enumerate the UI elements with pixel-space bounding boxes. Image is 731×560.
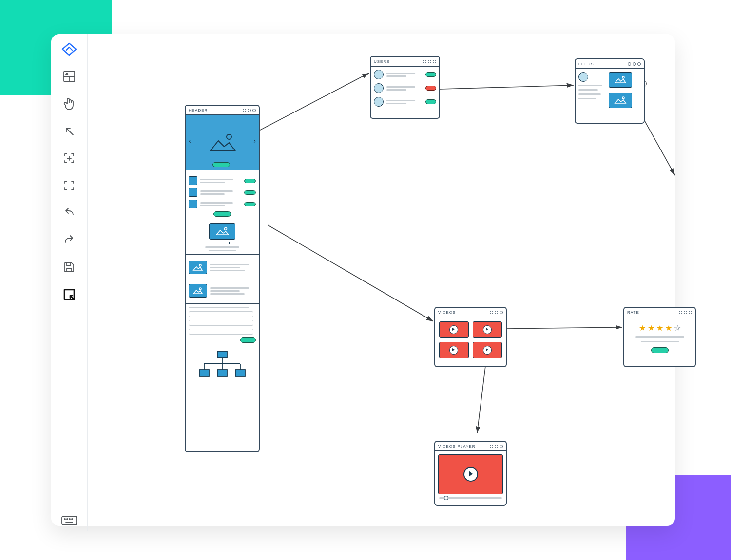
svg-point-8 xyxy=(69,519,70,520)
toolbar xyxy=(51,34,88,531)
frame-users-title: USERS xyxy=(374,59,390,64)
submit-button[interactable] xyxy=(651,347,669,353)
frame-icon[interactable] xyxy=(59,175,79,196)
svg-point-6 xyxy=(64,519,65,520)
thumb-icon xyxy=(189,200,197,208)
svg-point-20 xyxy=(199,288,201,290)
input-field[interactable] xyxy=(189,320,253,326)
action-pill[interactable] xyxy=(244,179,256,183)
input-field[interactable] xyxy=(189,329,253,335)
svg-rect-5 xyxy=(62,516,77,525)
feed-image[interactable] xyxy=(609,72,632,88)
list-item[interactable] xyxy=(189,188,256,197)
window-controls-icon xyxy=(490,311,503,314)
frame-header-title: HEADER xyxy=(189,108,208,112)
avatar-icon xyxy=(374,97,384,107)
org-chart-section xyxy=(186,346,259,386)
hero-carousel[interactable]: ‹ › xyxy=(186,115,259,170)
play-icon xyxy=(449,346,458,355)
toggle-off[interactable] xyxy=(425,86,436,91)
frame-videos-player-title: VIDEOS PLAYER xyxy=(438,444,475,448)
star-icon[interactable]: ★ xyxy=(665,323,672,333)
image-placeholder-icon xyxy=(208,132,237,153)
avatar-icon xyxy=(374,83,384,93)
video-thumb[interactable] xyxy=(473,342,502,358)
frame-header[interactable]: HEADER ‹ › xyxy=(185,105,260,452)
svg-line-12 xyxy=(440,85,574,89)
frame-feeds-title: FEEDS xyxy=(578,62,594,66)
star-icon[interactable]: ★ xyxy=(648,323,654,333)
org-chart-icon xyxy=(195,349,249,383)
image-thumb[interactable] xyxy=(189,284,207,298)
submit-button[interactable] xyxy=(240,337,256,343)
toggle-on[interactable] xyxy=(425,72,436,77)
svg-rect-27 xyxy=(199,370,209,376)
action-pill[interactable] xyxy=(244,202,256,206)
user-row[interactable] xyxy=(374,83,436,93)
feed-image[interactable] xyxy=(609,93,632,108)
video-thumb[interactable] xyxy=(439,321,469,338)
undo-icon[interactable] xyxy=(59,203,79,223)
frame-rate[interactable]: RATE ★ ★ ★ ★ ☆ xyxy=(623,307,696,367)
play-icon xyxy=(483,325,492,334)
star-icon[interactable]: ★ xyxy=(656,323,663,333)
input-field[interactable] xyxy=(189,311,253,317)
frame-add-icon[interactable] xyxy=(59,148,79,168)
svg-rect-28 xyxy=(217,370,227,376)
carousel-indicator[interactable] xyxy=(212,162,230,167)
frame-videos[interactable]: VIDEOS xyxy=(434,307,507,367)
play-icon xyxy=(483,346,492,355)
user-row[interactable] xyxy=(374,97,436,107)
svg-point-17 xyxy=(227,134,231,139)
frame-videos-player[interactable]: VIDEOS PLAYER xyxy=(434,441,507,506)
save-icon[interactable] xyxy=(59,257,79,278)
canvas[interactable]: HEADER ‹ › xyxy=(87,34,675,526)
star-icon[interactable]: ☆ xyxy=(674,323,681,333)
svg-line-15 xyxy=(505,327,622,329)
video-thumb[interactable] xyxy=(473,321,502,338)
monitor-icon[interactable] xyxy=(209,223,235,240)
image-thumb[interactable] xyxy=(189,261,207,274)
svg-rect-29 xyxy=(235,370,245,376)
star-rating[interactable]: ★ ★ ★ ★ ☆ xyxy=(624,323,695,333)
play-icon[interactable] xyxy=(463,467,478,482)
progress-slider[interactable] xyxy=(439,497,502,499)
media-pair-section xyxy=(186,255,259,304)
monitor-section xyxy=(186,220,259,255)
keyboard-icon[interactable] xyxy=(59,510,79,531)
chevron-right-icon[interactable]: › xyxy=(253,137,256,145)
window-controls-icon xyxy=(243,109,256,112)
user-row[interactable] xyxy=(374,70,436,79)
toggle-on[interactable] xyxy=(425,99,436,104)
video-thumb[interactable] xyxy=(439,342,469,358)
logo-icon[interactable] xyxy=(59,39,79,59)
avatar-icon xyxy=(374,70,384,79)
cta-button[interactable] xyxy=(213,211,231,217)
svg-point-30 xyxy=(622,76,624,78)
list-item[interactable] xyxy=(189,200,256,208)
app-panel: HEADER ‹ › xyxy=(51,34,675,526)
layout-panel-icon[interactable] xyxy=(59,66,79,87)
avatar-icon xyxy=(578,72,588,82)
svg-point-9 xyxy=(72,519,73,520)
pointer-hand-icon[interactable] xyxy=(59,93,79,114)
video-player[interactable] xyxy=(438,454,503,494)
frame-users[interactable]: USERS xyxy=(370,56,440,119)
frame-feeds[interactable]: FEEDS xyxy=(575,58,645,124)
play-icon xyxy=(449,325,458,334)
thumb-icon xyxy=(189,176,197,185)
action-pill[interactable] xyxy=(244,190,256,195)
thumb-icon xyxy=(189,188,197,197)
svg-line-11 xyxy=(248,73,369,136)
list-item[interactable] xyxy=(189,176,256,185)
list-section xyxy=(186,170,259,220)
chevron-left-icon[interactable]: ‹ xyxy=(189,137,191,145)
svg-line-14 xyxy=(268,225,433,321)
crop-resize-icon[interactable] xyxy=(59,284,79,305)
star-icon[interactable]: ★ xyxy=(639,323,646,333)
svg-rect-21 xyxy=(217,351,227,358)
arrow-nw-icon[interactable] xyxy=(59,121,79,141)
redo-icon[interactable] xyxy=(59,230,79,250)
frame-rate-title: RATE xyxy=(627,310,639,315)
svg-point-19 xyxy=(199,264,201,266)
